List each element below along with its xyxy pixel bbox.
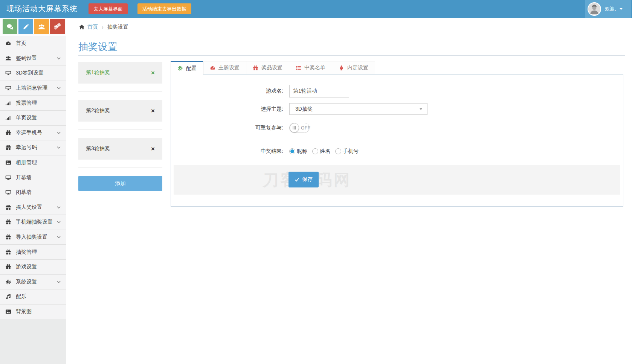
sidebar-item[interactable]: 上墙消息管理 [0, 81, 66, 96]
round-separator [78, 91, 162, 92]
radio-circle [289, 148, 295, 154]
tab[interactable]: 内定设置 [332, 61, 375, 74]
quick-action-button[interactable] [34, 19, 49, 34]
radio-option[interactable]: 姓名 [312, 148, 330, 155]
theme-label: 选择主题: [171, 106, 283, 113]
sidebar-menu: 首页 签到设置 3D签到设置 上墙消息管理 投票管理 [0, 36, 66, 319]
radio-circle [335, 148, 341, 154]
round-cell: 第1轮抽奖 × [78, 62, 162, 92]
tab[interactable]: 奖品设置 [246, 61, 289, 74]
add-round-button[interactable]: 添加 [78, 176, 162, 191]
sidebar-item[interactable]: 抽奖管理 [0, 245, 66, 260]
chevron-down-icon [56, 145, 61, 150]
sidebar-item[interactable]: 3D签到设置 [0, 66, 66, 81]
quick-action-button[interactable] [18, 19, 33, 34]
sidebar-item[interactable]: 相册管理 [0, 155, 66, 171]
sidebar-item[interactable]: 手机端抽奖设置 [0, 215, 66, 230]
user-menu[interactable]: 欢迎, [585, 0, 631, 18]
sidebar-item-label: 幸运号码 [16, 144, 37, 151]
sidebar-item-label: 配乐 [16, 293, 26, 300]
game-name-label: 游戏名: [171, 88, 283, 94]
breadcrumb-current: 抽奖设置 [107, 24, 128, 30]
round-item[interactable]: 第1轮抽奖 × [78, 62, 162, 84]
sidebar-item-icon [5, 264, 11, 270]
radio-option[interactable]: 昵称 [289, 148, 307, 155]
close-icon[interactable]: × [151, 108, 155, 114]
round-cell: 第2轮抽奖 × [78, 100, 162, 130]
game-name-input[interactable] [289, 85, 349, 97]
form-actions: 刀客源码网 保存 [174, 165, 620, 195]
sidebar-item-icon [5, 85, 11, 91]
sidebar-item-label: 手机端抽奖设置 [16, 219, 53, 225]
quick-action-icon [54, 23, 61, 30]
sidebar-item[interactable]: 背景图 [0, 305, 66, 320]
sidebar-item-label: 首页 [16, 40, 26, 47]
quick-action-button[interactable] [3, 19, 17, 34]
sidebar-item-icon [5, 309, 11, 315]
export-data-button[interactable]: 活动结束去导出数据 [137, 3, 191, 14]
chevron-down-icon [56, 235, 61, 239]
sidebar-item-icon [5, 234, 11, 240]
quick-action-icon [38, 23, 45, 30]
game-name-row: 游戏名: [171, 85, 623, 97]
save-button[interactable]: 保存 [289, 172, 319, 187]
page-title: 抽奖设置 [78, 40, 118, 53]
round-label: 第3轮抽奖 [86, 145, 110, 152]
sidebar-item-label: 相册管理 [16, 159, 37, 166]
sidebar-item[interactable]: 单页设置 [0, 111, 66, 126]
sidebar-item-icon [5, 294, 11, 300]
sidebar-item-label: 开幕墙 [16, 174, 32, 181]
sidebar-item[interactable]: 投票管理 [0, 96, 66, 111]
sidebar-item[interactable]: 系统设置 [0, 275, 66, 290]
chevron-down-icon [56, 86, 61, 90]
sidebar-item-icon [5, 55, 11, 61]
sidebar-item-icon [5, 130, 11, 136]
tab[interactable]: 主题设置 [203, 61, 246, 74]
sidebar-item-label: 导入抽奖设置 [16, 234, 47, 241]
settings-panel: 配置 主题设置 奖品设置 中奖名单 内定设置 [171, 61, 623, 207]
round-item[interactable]: 第3轮抽奖 × [78, 138, 162, 160]
tab[interactable]: 中奖名单 [289, 61, 332, 74]
sidebar-item[interactable]: 闭幕墙 [0, 185, 66, 200]
caret-down-icon [419, 107, 423, 111]
radio-option-label: 手机号 [343, 148, 359, 155]
sidebar-item[interactable]: 摇大奖设置 [0, 200, 66, 215]
title-divider [78, 55, 625, 56]
toggle-handle [290, 123, 299, 133]
tabs-row: 配置 主题设置 奖品设置 中奖名单 内定设置 [171, 61, 623, 74]
sidebar-item-label: 单页设置 [16, 114, 37, 121]
theme-select[interactable]: 3D抽奖 [289, 103, 427, 115]
sidebar-item-icon [5, 219, 11, 225]
sidebar-item[interactable]: 首页 [0, 36, 66, 51]
app-root: 现场活动大屏幕系统 去大屏幕界面 活动结束去导出数据 欢迎, [0, 0, 632, 364]
sidebar-item-label: 投票管理 [16, 100, 37, 107]
round-item[interactable]: 第2轮抽奖 × [78, 100, 162, 122]
sidebar-item-icon [5, 145, 11, 151]
tab[interactable]: 配置 [171, 61, 203, 75]
quick-action-button[interactable] [50, 19, 65, 34]
repeatable-row: 可重复参与: OFF [171, 123, 623, 133]
caret-down-icon [619, 7, 623, 11]
close-icon[interactable]: × [151, 146, 155, 152]
sidebar-item[interactable]: 导入抽奖设置 [0, 230, 66, 245]
sidebar-item-icon [5, 115, 11, 121]
repeatable-toggle[interactable]: OFF [289, 123, 310, 133]
result-radio-group: 昵称 姓名 手机号 [289, 148, 363, 155]
sidebar-item-label: 闭幕墙 [16, 189, 32, 196]
tab-label: 配置 [186, 65, 197, 72]
breadcrumb-home-link[interactable]: 首页 [87, 24, 98, 30]
sidebar-item[interactable]: 开幕墙 [0, 170, 66, 185]
sidebar-item[interactable]: 签到设置 [0, 51, 66, 66]
radio-option[interactable]: 手机号 [335, 148, 359, 155]
close-icon[interactable]: × [151, 70, 155, 76]
go-big-screen-button[interactable]: 去大屏幕界面 [89, 3, 128, 14]
sidebar-item[interactable]: 幸运手机号 [0, 126, 66, 141]
sidebar-item[interactable]: 幸运号码 [0, 140, 66, 155]
sidebar-item-label: 摇大奖设置 [16, 204, 42, 211]
sidebar-item[interactable]: 配乐 [0, 289, 66, 305]
sidebar-item-icon [5, 70, 11, 76]
sidebar-item[interactable]: 游戏设置 [0, 260, 66, 275]
tab-icon [296, 65, 301, 71]
welcome-text: 欢迎, [605, 6, 616, 12]
chevron-down-icon [56, 131, 61, 135]
